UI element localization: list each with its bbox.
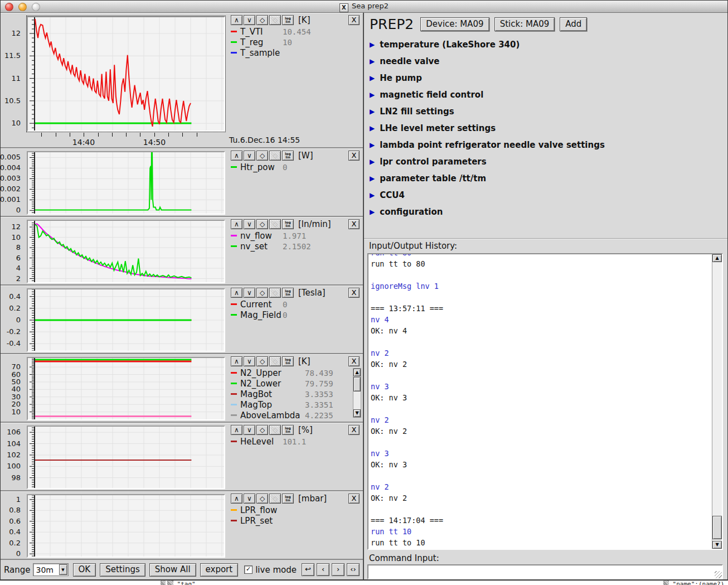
plot-panel-7: 10.80.60.40.20∧∨◇◇loglin[mbar]XLPR_flowL…: [1, 491, 363, 560]
plot-canvas-5[interactable]: [27, 357, 225, 420]
plot-toolbar: ∧∨◇◇loglin[K]: [231, 15, 363, 26]
section-label: CCU4: [380, 190, 405, 200]
scale-down-button[interactable]: ∨: [244, 288, 255, 298]
autoscale-button[interactable]: ◇: [256, 219, 268, 229]
legend-color-dash-icon: [231, 520, 237, 521]
plot-canvas-3[interactable]: [27, 220, 225, 283]
scale-up-button[interactable]: ∧: [231, 15, 242, 25]
io-history-line: run tt 80: [371, 254, 712, 259]
scale-down-button[interactable]: ∨: [244, 219, 255, 229]
chevron-down-icon[interactable]: ▼: [59, 564, 67, 575]
section-label: configuration: [380, 207, 443, 217]
settings-button[interactable]: Settings: [100, 563, 145, 577]
section-label: LHe level meter settings: [380, 123, 496, 133]
close-plot-button[interactable]: X: [348, 494, 360, 504]
plot-canvas-6[interactable]: [27, 426, 225, 489]
section-item-6[interactable]: ▶LHe level meter settings: [370, 120, 722, 137]
autoscale-button[interactable]: ◇: [256, 356, 268, 366]
stick-button[interactable]: Stick: MA09: [494, 17, 555, 31]
live-mode-checkbox[interactable]: ✓: [244, 565, 253, 574]
log-lin-toggle-button[interactable]: loglin: [282, 219, 294, 229]
section-item-10[interactable]: ▶CCU4: [370, 187, 722, 204]
scale-up-button[interactable]: ∧: [231, 288, 242, 298]
plot-control-bar: Range 30m ▼ OK Settings Show All export …: [1, 560, 363, 579]
section-item-11[interactable]: ▶configuration: [370, 204, 722, 220]
scrollbar-down-icon[interactable]: ▼: [353, 409, 361, 417]
ok-button[interactable]: OK: [73, 563, 96, 577]
close-plot-button[interactable]: X: [348, 15, 360, 25]
lin-label: lin: [283, 430, 293, 433]
close-plot-button[interactable]: X: [348, 288, 360, 298]
section-item-8[interactable]: ▶lpr control parameters: [370, 153, 722, 170]
section-item-7[interactable]: ▶lambda point refrigerator needle valve …: [370, 137, 722, 153]
section-item-4[interactable]: ▶magnetic field control: [370, 86, 722, 103]
scale-down-button[interactable]: ∨: [244, 15, 255, 25]
io-history-scrollbar[interactable]: ▲ ▼: [712, 254, 722, 549]
section-item-5[interactable]: ▶LN2 fill settings: [370, 103, 722, 120]
plot-canvas-2[interactable]: [27, 151, 225, 215]
legend-scrollbar[interactable]: ▲▼: [353, 368, 361, 418]
scale-up-button[interactable]: ∧: [231, 151, 242, 161]
resize-grip-icon[interactable]: [715, 571, 722, 578]
divider: [364, 238, 727, 239]
close-plot-button[interactable]: X: [348, 356, 360, 366]
legend-color-dash-icon: [231, 166, 237, 168]
prep2-title: PREP2: [370, 16, 414, 32]
log-lin-toggle-button[interactable]: loglin: [282, 15, 294, 25]
section-item-9[interactable]: ▶parameter table /tt/tm: [370, 170, 722, 187]
plot-toolbar: ∧∨◇◇loglin[W]: [231, 151, 363, 162]
close-plot-button[interactable]: X: [348, 425, 360, 435]
autoscale-button[interactable]: ◇: [256, 425, 268, 435]
nav-expand-button[interactable]: ‹›: [347, 563, 360, 576]
log-lin-toggle-button[interactable]: loglin: [282, 151, 294, 161]
log-lin-toggle-button[interactable]: loglin: [282, 288, 294, 298]
range-dropdown[interactable]: 30m ▼: [33, 563, 69, 576]
nav-right-button[interactable]: ›: [332, 563, 344, 576]
export-button[interactable]: export: [200, 563, 239, 577]
scale-down-button[interactable]: ∨: [244, 425, 255, 435]
nav-replay-button[interactable]: ↩: [302, 563, 314, 576]
scale-down-button[interactable]: ∨: [244, 151, 255, 161]
autoscale-button[interactable]: ◇: [256, 494, 268, 504]
expand-triangle-icon: ▶: [370, 124, 375, 132]
scale-up-button[interactable]: ∧: [231, 219, 242, 229]
legend-series-value: 10: [283, 38, 292, 47]
scrollbar-up-icon[interactable]: ▲: [353, 369, 361, 376]
io-history-line: === 13:57:11 ===: [371, 304, 712, 315]
section-item-2[interactable]: ▶needle valve: [370, 53, 722, 70]
show-all-button[interactable]: Show All: [149, 563, 196, 577]
scrollbar-thumb[interactable]: [353, 377, 361, 391]
scale-down-button[interactable]: ∨: [244, 494, 255, 504]
command-input-label: Command Input:: [369, 553, 439, 563]
section-item-3[interactable]: ▶He pump: [370, 70, 722, 86]
log-lin-toggle-button[interactable]: loglin: [282, 425, 294, 435]
log-lin-toggle-button[interactable]: loglin: [282, 494, 294, 504]
plot-toolbar: ∧∨◇◇loglin[mbar]: [231, 494, 363, 505]
autoscale-button[interactable]: ◇: [256, 288, 268, 298]
log-lin-toggle-button[interactable]: loglin: [282, 356, 294, 366]
device-button[interactable]: Device: MA09: [420, 17, 489, 31]
legend-row: MagBot3.3353: [231, 389, 363, 399]
command-input[interactable]: [368, 565, 722, 578]
scrollbar-up-icon[interactable]: ▲: [712, 254, 722, 262]
unit-label: [K]: [298, 15, 310, 25]
scale-up-button[interactable]: ∧: [231, 356, 242, 366]
section-item-1[interactable]: ▶temperature (LakeShore 340): [370, 36, 722, 53]
plot-canvas-7[interactable]: [27, 494, 225, 558]
close-plot-button[interactable]: X: [348, 219, 360, 229]
nav-left-button[interactable]: ‹: [317, 563, 329, 576]
plot-canvas-1[interactable]: [27, 16, 225, 132]
autoscale-button[interactable]: ◇: [256, 151, 268, 161]
scale-up-button[interactable]: ∧: [231, 425, 242, 435]
close-plot-button[interactable]: X: [348, 151, 360, 161]
legend-series-value: 0: [283, 163, 287, 172]
scale-up-button[interactable]: ∧: [231, 494, 242, 504]
add-button[interactable]: Add: [560, 17, 587, 31]
io-history-box[interactable]: run tt 80run tt to 80 ignoreMsg lnv 1 ==…: [367, 253, 723, 550]
scrollbar-thumb[interactable]: [712, 516, 722, 539]
scrollbar-down-icon[interactable]: ▼: [712, 541, 722, 549]
legend-series-name: Htr_pow: [240, 162, 283, 172]
plot-canvas-4[interactable]: [27, 288, 225, 352]
scale-down-button[interactable]: ∨: [244, 356, 255, 366]
autoscale-button[interactable]: ◇: [256, 15, 268, 25]
